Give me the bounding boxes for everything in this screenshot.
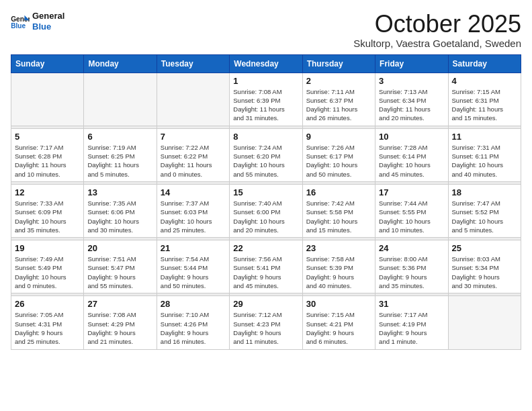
day-number: 2 xyxy=(306,76,371,86)
day-info: Sunrise: 7:58 AM Sunset: 5:39 PM Dayligh… xyxy=(306,255,371,290)
day-number: 13 xyxy=(87,187,152,197)
day-info: Sunrise: 7:51 AM Sunset: 5:47 PM Dayligh… xyxy=(87,255,152,290)
header-thursday: Thursday xyxy=(302,54,375,73)
day-number: 11 xyxy=(452,132,517,142)
calendar-cell: 31Sunrise: 7:17 AM Sunset: 4:19 PM Dayli… xyxy=(375,296,448,349)
calendar-cell: 20Sunrise: 7:51 AM Sunset: 5:47 PM Dayli… xyxy=(84,240,157,293)
day-info: Sunrise: 7:11 AM Sunset: 6:37 PM Dayligh… xyxy=(306,87,371,123)
calendar-cell: 24Sunrise: 8:00 AM Sunset: 5:36 PM Dayli… xyxy=(375,240,448,293)
calendar-header-row: SundayMondayTuesdayWednesdayThursdayFrid… xyxy=(11,54,521,73)
day-number: 10 xyxy=(379,132,444,142)
day-number: 17 xyxy=(379,187,444,197)
day-info: Sunrise: 7:37 AM Sunset: 6:03 PM Dayligh… xyxy=(161,199,226,234)
day-number: 8 xyxy=(233,132,298,142)
day-number: 29 xyxy=(233,299,298,309)
calendar-cell xyxy=(157,73,229,126)
day-number: 21 xyxy=(161,243,226,253)
day-info: Sunrise: 7:28 AM Sunset: 6:14 PM Dayligh… xyxy=(379,143,444,179)
calendar-cell: 2Sunrise: 7:11 AM Sunset: 6:37 PM Daylig… xyxy=(302,73,375,126)
location-title: Skultorp, Vaestra Goetaland, Sweden xyxy=(353,38,521,49)
day-info: Sunrise: 7:10 AM Sunset: 4:26 PM Dayligh… xyxy=(161,310,226,346)
calendar-cell: 19Sunrise: 7:49 AM Sunset: 5:49 PM Dayli… xyxy=(11,240,84,293)
day-number: 22 xyxy=(233,243,298,253)
day-info: Sunrise: 7:13 AM Sunset: 6:34 PM Dayligh… xyxy=(379,87,444,123)
header-monday: Monday xyxy=(84,54,157,73)
calendar-cell: 25Sunrise: 8:03 AM Sunset: 5:34 PM Dayli… xyxy=(448,240,521,293)
day-number: 25 xyxy=(452,243,517,253)
day-number: 28 xyxy=(161,299,226,309)
day-number: 12 xyxy=(15,187,80,197)
day-info: Sunrise: 7:54 AM Sunset: 5:44 PM Dayligh… xyxy=(161,255,226,290)
calendar-cell: 21Sunrise: 7:54 AM Sunset: 5:44 PM Dayli… xyxy=(157,240,229,293)
calendar-cell: 27Sunrise: 7:08 AM Sunset: 4:29 PM Dayli… xyxy=(84,296,157,349)
day-info: Sunrise: 7:44 AM Sunset: 5:55 PM Dayligh… xyxy=(379,199,444,234)
calendar-cell: 29Sunrise: 7:12 AM Sunset: 4:23 PM Dayli… xyxy=(230,296,302,349)
day-info: Sunrise: 7:08 AM Sunset: 4:29 PM Dayligh… xyxy=(87,310,152,346)
calendar-cell: 30Sunrise: 7:15 AM Sunset: 4:21 PM Dayli… xyxy=(302,296,375,349)
day-number: 1 xyxy=(233,76,298,86)
day-number: 4 xyxy=(452,76,517,86)
day-info: Sunrise: 7:56 AM Sunset: 5:41 PM Dayligh… xyxy=(233,255,298,290)
calendar-cell: 10Sunrise: 7:28 AM Sunset: 6:14 PM Dayli… xyxy=(375,128,448,181)
logo-line2: Blue xyxy=(32,21,64,32)
day-info: Sunrise: 7:35 AM Sunset: 6:06 PM Dayligh… xyxy=(87,199,152,234)
calendar-cell: 26Sunrise: 7:05 AM Sunset: 4:31 PM Dayli… xyxy=(11,296,84,349)
calendar-cell: 17Sunrise: 7:44 AM Sunset: 5:55 PM Dayli… xyxy=(375,184,448,237)
calendar-cell: 28Sunrise: 7:10 AM Sunset: 4:26 PM Dayli… xyxy=(157,296,229,349)
day-info: Sunrise: 7:08 AM Sunset: 6:39 PM Dayligh… xyxy=(233,87,298,123)
day-info: Sunrise: 7:17 AM Sunset: 4:19 PM Dayligh… xyxy=(379,310,444,346)
day-info: Sunrise: 7:49 AM Sunset: 5:49 PM Dayligh… xyxy=(15,255,80,290)
header-sunday: Sunday xyxy=(11,54,84,73)
day-number: 15 xyxy=(233,187,298,197)
calendar-cell: 1Sunrise: 7:08 AM Sunset: 6:39 PM Daylig… xyxy=(230,73,302,126)
calendar-cell: 12Sunrise: 7:33 AM Sunset: 6:09 PM Dayli… xyxy=(11,184,84,237)
month-title: October 2025 xyxy=(353,11,521,38)
calendar-cell xyxy=(11,73,84,126)
calendar-cell: 9Sunrise: 7:26 AM Sunset: 6:17 PM Daylig… xyxy=(302,128,375,181)
calendar-cell: 22Sunrise: 7:56 AM Sunset: 5:41 PM Dayli… xyxy=(230,240,302,293)
day-info: Sunrise: 7:31 AM Sunset: 6:11 PM Dayligh… xyxy=(452,143,517,179)
day-number: 30 xyxy=(306,299,371,309)
day-info: Sunrise: 7:05 AM Sunset: 4:31 PM Dayligh… xyxy=(15,310,80,346)
day-number: 31 xyxy=(379,299,444,309)
calendar-cell: 14Sunrise: 7:37 AM Sunset: 6:03 PM Dayli… xyxy=(157,184,229,237)
logo-line1: General xyxy=(32,11,64,21)
day-info: Sunrise: 7:22 AM Sunset: 6:22 PM Dayligh… xyxy=(161,143,226,179)
calendar-cell xyxy=(84,73,157,126)
day-info: Sunrise: 7:17 AM Sunset: 6:28 PM Dayligh… xyxy=(15,143,80,179)
logo: General Blue General Blue xyxy=(11,11,64,32)
calendar-cell: 13Sunrise: 7:35 AM Sunset: 6:06 PM Dayli… xyxy=(84,184,157,237)
calendar-cell: 18Sunrise: 7:47 AM Sunset: 5:52 PM Dayli… xyxy=(448,184,521,237)
calendar-cell: 4Sunrise: 7:15 AM Sunset: 6:31 PM Daylig… xyxy=(448,73,521,126)
day-number: 20 xyxy=(87,243,152,253)
day-number: 16 xyxy=(306,187,371,197)
day-number: 18 xyxy=(452,187,517,197)
day-info: Sunrise: 8:00 AM Sunset: 5:36 PM Dayligh… xyxy=(379,255,444,290)
calendar-cell: 8Sunrise: 7:24 AM Sunset: 6:20 PM Daylig… xyxy=(230,128,302,181)
logo-icon: General Blue xyxy=(11,14,30,29)
calendar-cell: 16Sunrise: 7:42 AM Sunset: 5:58 PM Dayli… xyxy=(302,184,375,237)
day-number: 26 xyxy=(15,299,80,309)
day-number: 9 xyxy=(306,132,371,142)
calendar-cell: 5Sunrise: 7:17 AM Sunset: 6:28 PM Daylig… xyxy=(11,128,84,181)
day-info: Sunrise: 7:15 AM Sunset: 4:21 PM Dayligh… xyxy=(306,310,371,346)
day-number: 23 xyxy=(306,243,371,253)
day-info: Sunrise: 7:33 AM Sunset: 6:09 PM Dayligh… xyxy=(15,199,80,234)
day-info: Sunrise: 7:15 AM Sunset: 6:31 PM Dayligh… xyxy=(452,87,517,123)
calendar-week-3: 12Sunrise: 7:33 AM Sunset: 6:09 PM Dayli… xyxy=(11,184,521,237)
day-number: 24 xyxy=(379,243,444,253)
day-info: Sunrise: 7:19 AM Sunset: 6:25 PM Dayligh… xyxy=(87,143,152,179)
day-number: 5 xyxy=(15,132,80,142)
title-area: October 2025 Skultorp, Vaestra Goetaland… xyxy=(353,11,521,49)
day-number: 14 xyxy=(161,187,226,197)
calendar-week-2: 5Sunrise: 7:17 AM Sunset: 6:28 PM Daylig… xyxy=(11,128,521,181)
day-number: 7 xyxy=(161,132,226,142)
calendar-cell: 11Sunrise: 7:31 AM Sunset: 6:11 PM Dayli… xyxy=(448,128,521,181)
calendar-week-1: 1Sunrise: 7:08 AM Sunset: 6:39 PM Daylig… xyxy=(11,73,521,126)
calendar-week-5: 26Sunrise: 7:05 AM Sunset: 4:31 PM Dayli… xyxy=(11,296,521,349)
day-info: Sunrise: 7:12 AM Sunset: 4:23 PM Dayligh… xyxy=(233,310,298,346)
day-info: Sunrise: 7:40 AM Sunset: 6:00 PM Dayligh… xyxy=(233,199,298,234)
calendar-cell: 3Sunrise: 7:13 AM Sunset: 6:34 PM Daylig… xyxy=(375,73,448,126)
calendar-cell: 7Sunrise: 7:22 AM Sunset: 6:22 PM Daylig… xyxy=(157,128,229,181)
day-number: 27 xyxy=(87,299,152,309)
